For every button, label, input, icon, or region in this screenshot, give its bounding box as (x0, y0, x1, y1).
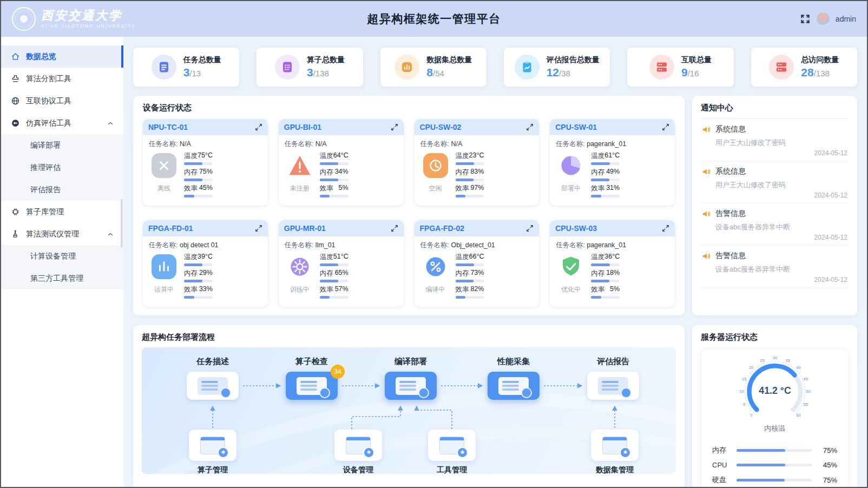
server-stack-icon (655, 61, 668, 74)
server-bars: 内存75%CPU45%硬盘75% (712, 445, 837, 485)
device-metric: 温度23°C (456, 151, 484, 165)
flow-step-task-desc[interactable]: 任务描述 (177, 357, 248, 400)
flow-step-eval-report[interactable]: 评估报告 (578, 357, 648, 400)
device-metric: 效率97% (456, 184, 484, 197)
offline-x-icon (152, 153, 176, 178)
flow-tool-dataset-manage[interactable]: 数据集管理 (577, 430, 653, 474)
notification-panel: 通知中心 系统信息 用户王大山修改了密码 2024-05-12 系统信息 用户王… (692, 96, 857, 315)
server-status-panel: 服务器运行状态 051015202530354045505560 41.2 °C… (692, 325, 857, 487)
flow-tool-device-manage[interactable]: 设备管理 (320, 430, 396, 474)
stat-total: /13 (189, 69, 201, 78)
username[interactable]: admin (836, 15, 856, 23)
metric-bar (320, 179, 348, 181)
university-emblem-icon (12, 7, 36, 31)
sidebar-subitem-eval-report[interactable]: 评估报告 (1, 179, 123, 201)
device-card-header: FPGA-FD-02 (415, 220, 540, 236)
metric-bar (456, 280, 484, 282)
device-status-icon (287, 153, 312, 178)
metric-label: 效率 (591, 285, 604, 294)
university-name-en: XI'AN JIAOTONG UNIVERSITY (41, 23, 136, 29)
device-card: FPGA-FD-02 任务名称: Obj_detect_01 编译中 温度66°… (415, 220, 540, 307)
chevron-up-icon (107, 231, 114, 238)
metric-label: 效率 (184, 184, 198, 193)
notification-desc: 设备abc服务器异常中断 (715, 222, 847, 232)
notification-desc: 设备abc服务器异常中断 (715, 265, 847, 274)
notification-item[interactable]: 系统信息 用户王大山修改了密码 2024-05-12 (701, 119, 849, 161)
tester-icon (11, 229, 20, 239)
metric-bar (320, 263, 348, 266)
device-card: NPU-TC-01 任务名称: N/A 离线 温度75°C内存75%效率45% (143, 119, 268, 206)
expand-icon[interactable] (662, 225, 669, 232)
metric-bar (591, 195, 620, 197)
sidebar-item-interconnect-protocol[interactable]: 互联协议工具 (1, 90, 123, 112)
stamp-tool-icon (11, 74, 20, 83)
flow-step-operator-check[interactable]: 算子检查 34 (277, 357, 347, 400)
expand-icon[interactable] (526, 225, 534, 232)
server-bar-row: CPU45% (712, 461, 837, 469)
sidebar-item-data-overview[interactable]: 数据总览 (1, 45, 123, 68)
notification-item[interactable]: 告警信息 设备abc服务器异常中断 2024-05-12 (701, 246, 849, 288)
metric-bar (320, 296, 348, 299)
sidebar-item-algo-tester[interactable]: 算法测试仪管理 (1, 223, 123, 245)
expand-icon[interactable] (526, 123, 534, 131)
university-name-cn: 西安交通大学 (41, 9, 136, 22)
device-card-header: CPU-SW-03 (550, 220, 675, 236)
sidebar-subitem-inference-eval[interactable]: 推理评估 (1, 156, 123, 179)
device-metric: 温度75°C (184, 151, 213, 165)
metric-bar (591, 162, 620, 165)
flow-step-perf-collect[interactable]: 性能采集 (478, 357, 549, 400)
metric-label: 温度 (591, 253, 604, 262)
notification-item[interactable]: 告警信息 设备abc服务器异常中断 2024-05-12 (701, 203, 849, 246)
svg-text:45: 45 (803, 377, 808, 381)
device-status-label: 离线 (149, 184, 179, 193)
dataset-chart-icon (400, 61, 413, 74)
sidebar-item-algo-split[interactable]: 算法分割工具 (1, 68, 123, 90)
flow-step-compile-deploy[interactable]: 编译部署 (376, 357, 446, 400)
device-task: 任务名称: pagerank_01 (556, 241, 669, 250)
notification-type: 告警信息 (715, 251, 746, 261)
device-name: NPU-TC-01 (148, 123, 188, 131)
metric-value: 33% (199, 285, 213, 294)
sidebar-item-operator-lib[interactable]: 算子库管理 (1, 201, 123, 223)
device-metric: 内存75% (184, 168, 213, 181)
expand-icon[interactable] (662, 123, 669, 131)
metric-value: 82% (470, 285, 484, 294)
expand-icon[interactable] (255, 225, 262, 232)
operator-manage-icon (200, 437, 225, 454)
sidebar-item-simulation-eval[interactable]: 仿真评估工具 (1, 112, 123, 134)
flow-tool-tool-manage[interactable]: 工具管理 (414, 430, 490, 474)
deploy-flow-panel: 超异构任务部署流程 (133, 325, 685, 487)
metric-bar (591, 296, 620, 299)
device-card: GPU-MR-01 任务名称: llm_01 训练中 温度51°C内存65%效率… (279, 220, 404, 307)
sidebar-subitem-compile-deploy[interactable]: 编译部署 (1, 134, 123, 156)
device-task: 任务名称: llm_01 (285, 241, 398, 250)
device-metric: 温度51°C (320, 253, 348, 266)
metric-label: 内存 (456, 168, 469, 177)
device-metrics: 温度61°C内存49%效率31% (591, 151, 620, 200)
expand-icon[interactable] (255, 123, 262, 131)
notification-title: 通知中心 (701, 103, 849, 119)
expand-icon[interactable] (391, 225, 398, 232)
metric-label: 效率 (591, 184, 604, 193)
home-icon (11, 52, 20, 61)
metric-value: 34% (335, 168, 348, 177)
notification-item[interactable]: 系统信息 用户王大山修改了密码 2024-05-12 (701, 161, 849, 203)
metric-bar (184, 179, 213, 181)
device-metric: 内存83% (456, 168, 484, 181)
device-status-panel: 设备运行状态 NPU-TC-01 任务名称: N/A 离线 温度75°C内存75… (133, 96, 685, 315)
device-metrics: 温度64°C内存34%效率5% (320, 151, 348, 200)
svg-text:0: 0 (750, 413, 752, 418)
stat-card-datasets: 数据集总数量 8/54 (380, 48, 486, 87)
device-name: FPGA-FD-01 (148, 224, 193, 233)
metric-label: 内存 (184, 269, 198, 278)
sidebar-subitem-thirdparty-tool-mgmt[interactable]: 第三方工具管理 (1, 267, 123, 289)
fullscreen-icon[interactable] (800, 14, 811, 24)
sidebar-subitem-compute-device-mgmt[interactable]: 计算设备管理 (1, 245, 123, 267)
avatar[interactable] (816, 12, 830, 26)
device-status-icon (287, 254, 312, 279)
expand-icon[interactable] (391, 123, 398, 131)
flow-tool-operator-manage[interactable]: 算子管理 (175, 430, 251, 474)
operator-check-badge: 34 (331, 365, 345, 379)
perf-collect-icon (498, 377, 529, 395)
sidebar-scrollbar[interactable] (121, 199, 123, 248)
